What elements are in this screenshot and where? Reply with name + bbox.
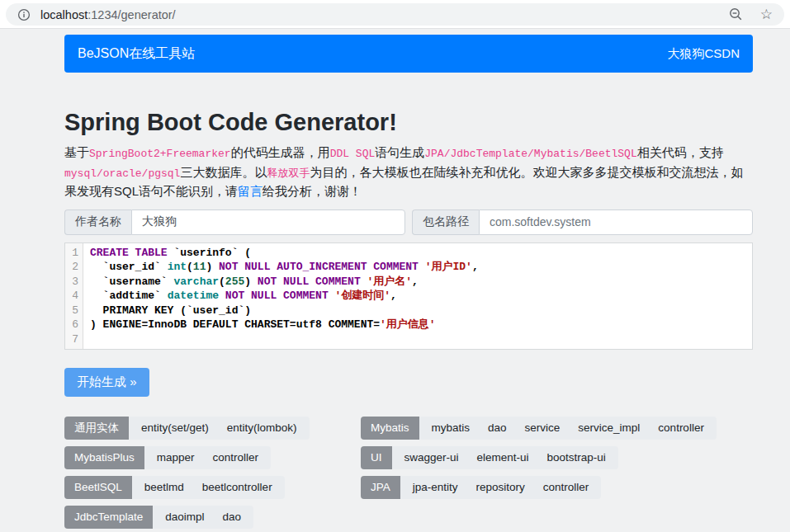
template-item[interactable]: entity(set/get) <box>132 421 218 434</box>
intro-text: 相关代码，支持 <box>637 145 724 159</box>
template-item[interactable]: controller <box>204 451 268 464</box>
bookmark-star-icon[interactable]: ☆ <box>760 7 773 21</box>
template-item[interactable]: beetlmd <box>135 481 193 493</box>
package-input[interactable] <box>479 210 753 235</box>
template-group: UIswagger-uielement-uibootstrap-ui <box>361 446 618 469</box>
code-line: `username` varchar(255) NOT NULL COMMENT… <box>90 275 752 290</box>
editor-code: CREATE TABLE `userinfo` ( `user_id` int(… <box>83 243 752 349</box>
code-line: `addtime` datetime NOT NULL COMMENT '创建时… <box>90 289 752 304</box>
code-line <box>90 332 752 347</box>
url-text: localhost:1234/generator/ <box>40 8 176 21</box>
template-group: Mybatismybatisdaoserviceservice_implcont… <box>361 417 717 440</box>
line-number: 3 <box>70 275 78 290</box>
intro-paragraph: 基于SpringBoot2+Freemarker的代码生成器，用DDL SQL语… <box>64 144 753 200</box>
intro-text: 语句生成 <box>375 145 424 159</box>
template-group-label[interactable]: MybatisPlus <box>64 446 144 469</box>
template-item[interactable]: dao <box>214 511 251 523</box>
url-path: :1234/generator/ <box>88 8 175 21</box>
template-group: JPAjpa-entityrepositorycontroller <box>361 476 601 499</box>
author-input-group: 作者名称 <box>64 210 405 235</box>
template-group-label[interactable]: JdbcTemplate <box>64 506 153 529</box>
code-span: SpringBoot2+Freemarker <box>89 148 231 160</box>
message-link[interactable]: 留言 <box>238 184 263 198</box>
intro-text: 基于 <box>64 145 89 159</box>
template-group-label[interactable]: BeetlSQL <box>64 476 132 499</box>
template-item[interactable]: service <box>516 421 570 434</box>
navbar-right-link[interactable]: 大狼狗CSDN <box>667 46 740 62</box>
url-host: localhost <box>40 8 88 21</box>
line-number: 4 <box>70 289 78 304</box>
template-item[interactable]: controller <box>534 481 598 493</box>
template-group-label[interactable]: 通用实体 <box>64 417 129 440</box>
template-group: BeetlSQLbeetlmdbeetlcontroller <box>64 476 285 499</box>
line-number: 2 <box>70 260 78 275</box>
author-input[interactable] <box>131 210 405 235</box>
line-number: 7 <box>70 332 78 347</box>
code-line: CREATE TABLE `userinfo` ( <box>90 246 752 261</box>
brand-link[interactable]: BeJSON在线工具站 <box>78 45 195 63</box>
template-groups: 通用实体entity(set/get)entity(lombok)Mybatis… <box>64 417 753 529</box>
template-group-label[interactable]: JPA <box>361 476 400 499</box>
template-item[interactable]: repository <box>467 481 534 493</box>
author-label: 作者名称 <box>64 210 131 235</box>
code-span: JPA/JdbcTemplate/Mybatis/BeetlSQL <box>424 148 636 160</box>
template-item[interactable]: controller <box>649 421 713 434</box>
template-group-label[interactable]: Mybatis <box>361 417 419 440</box>
template-item[interactable]: bootstrap-ui <box>538 451 615 464</box>
code-line: ) ENGINE=InnoDB DEFAULT CHARSET=utf8 COM… <box>90 318 752 332</box>
code-line: `user_id` int(11) NOT NULL AUTO_INCREMEN… <box>90 260 752 275</box>
site-navbar: BeJSON在线工具站 大狼狗CSDN <box>64 35 753 73</box>
browser-toolbar: localhost:1234/generator/ ☆ <box>0 0 790 29</box>
code-span: 释放双手 <box>267 167 310 180</box>
template-group-label[interactable]: UI <box>361 446 392 469</box>
generate-button[interactable]: 开始生成 » <box>64 368 149 397</box>
template-item[interactable]: mybatis <box>423 421 480 434</box>
intro-text: 三大数据库。以 <box>180 165 267 179</box>
line-number: 6 <box>70 318 78 332</box>
template-group: 通用实体entity(set/get)entity(lombok) <box>64 417 310 440</box>
template-item[interactable]: swagger-ui <box>395 451 468 464</box>
template-item[interactable]: mapper <box>148 451 204 464</box>
template-item[interactable]: element-ui <box>468 451 538 464</box>
editor-gutter: 1234567 <box>65 243 83 349</box>
address-bar[interactable]: localhost:1234/generator/ ☆ <box>6 3 784 26</box>
zoom-out-icon[interactable] <box>728 7 744 22</box>
line-number: 5 <box>70 304 78 318</box>
template-item[interactable]: jpa-entity <box>404 481 467 493</box>
template-item[interactable]: daoimpl <box>156 511 213 523</box>
package-label: 包名路径 <box>412 210 479 235</box>
page-title: Spring Boot Code Generator! <box>64 109 753 136</box>
code-span: DDL SQL <box>330 148 376 160</box>
code-line: PRIMARY KEY (`user_id`) <box>90 304 752 318</box>
page-content: BeJSON在线工具站 大狼狗CSDN Spring Boot Code Gen… <box>0 29 790 529</box>
package-input-group: 包名路径 <box>412 210 753 235</box>
template-item[interactable]: service_impl <box>569 421 649 434</box>
config-form-row: 作者名称 包名路径 <box>64 210 753 235</box>
template-item[interactable]: beetlcontroller <box>193 481 281 493</box>
line-number: 1 <box>70 246 78 261</box>
template-group: MybatisPlusmappercontroller <box>64 446 271 469</box>
template-group: JdbcTemplatedaoimpldao <box>64 506 253 529</box>
template-item[interactable]: dao <box>479 421 516 434</box>
intro-text: 给我分析，谢谢！ <box>263 184 362 198</box>
intro-text: 的代码生成器，用 <box>231 145 330 159</box>
code-span: mysql/oracle/pgsql <box>64 167 180 180</box>
sql-editor[interactable]: 1234567 CREATE TABLE `userinfo` ( `user_… <box>64 242 753 350</box>
template-item[interactable]: entity(lombok) <box>218 421 306 434</box>
info-icon[interactable] <box>17 8 31 21</box>
